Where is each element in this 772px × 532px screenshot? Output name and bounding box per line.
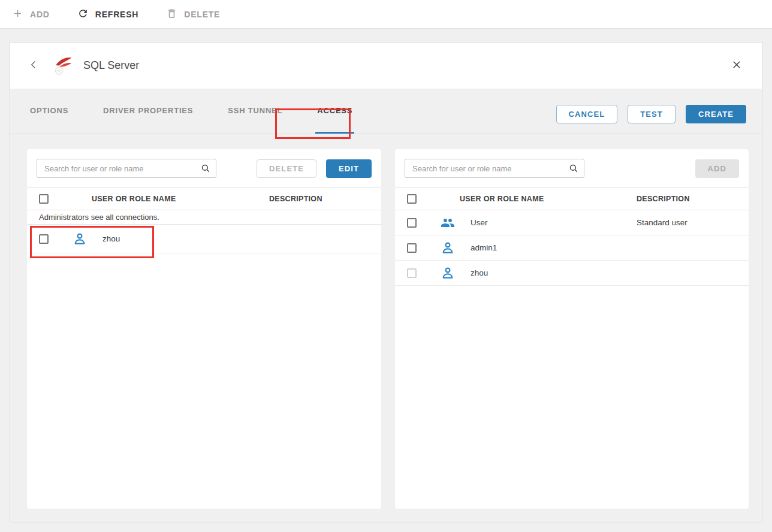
delete-button[interactable]: DELETE (166, 8, 220, 21)
granted-select-all-checkbox[interactable] (39, 194, 49, 204)
available-select-all-checkbox[interactable] (407, 194, 417, 204)
revoke-delete-button[interactable]: DELETE (257, 159, 316, 178)
granted-table-header: USER OR ROLE NAME DESCRIPTION (27, 188, 381, 210)
close-button[interactable] (728, 56, 745, 75)
add-button-label: ADD (30, 10, 50, 19)
available-search-input[interactable] (405, 159, 584, 178)
available-panel-toolbar: ADD (395, 149, 749, 188)
chevron-left-icon (27, 58, 40, 73)
user-icon (441, 241, 459, 255)
available-table-header: USER OR ROLE NAME DESCRIPTION (395, 188, 749, 210)
available-panel-buttons: ADD (695, 159, 739, 178)
add-button[interactable]: ADD (12, 8, 50, 21)
admin-info-row: Administrators see all connections. (27, 210, 381, 225)
sql-server-logo-icon (52, 55, 74, 77)
grant-add-button[interactable]: ADD (695, 159, 739, 178)
close-icon (731, 59, 743, 72)
tabs: OPTIONS DRIVER PROPERTIES SSH TUNNEL ACC… (28, 89, 354, 134)
back-button[interactable] (25, 56, 43, 75)
tab-access[interactable]: ACCESS (315, 89, 354, 134)
tab-options[interactable]: OPTIONS (28, 89, 70, 134)
dialog-actions: CANCEL TEST CREATE (556, 105, 746, 123)
dialog-tabbar: OPTIONS DRIVER PROPERTIES SSH TUNNEL ACC… (10, 89, 762, 134)
available-search-box (405, 159, 584, 178)
granted-row-name: zhou (91, 234, 269, 243)
available-row-admin1[interactable]: admin1 (395, 235, 749, 261)
available-row-name: User (459, 218, 637, 227)
create-button[interactable]: CREATE (686, 105, 746, 123)
tab-ssh-tunnel[interactable]: SSH TUNNEL (226, 89, 284, 134)
granted-panel-buttons: DELETE EDIT (257, 159, 372, 178)
dialog-header: SQL Server (10, 43, 762, 89)
granted-search-input[interactable] (37, 159, 216, 178)
delete-button-label: DELETE (184, 10, 220, 19)
plus-icon (12, 8, 23, 21)
granted-row-checkbox[interactable] (39, 234, 49, 244)
granted-users-panel: DELETE EDIT USER OR ROLE NAME DESCRIPTIO… (27, 149, 381, 509)
refresh-button-label: REFRESH (95, 10, 139, 19)
granted-search-box (37, 159, 216, 178)
edit-button[interactable]: EDIT (326, 159, 372, 178)
available-row-user[interactable]: User Standard user (395, 210, 749, 235)
granted-panel-toolbar: DELETE EDIT (27, 149, 381, 188)
refresh-icon (77, 8, 89, 21)
available-row-name: zhou (459, 268, 637, 277)
granted-col-name: USER OR ROLE NAME (73, 195, 269, 203)
dialog-title: SQL Server (83, 59, 139, 72)
user-icon (441, 266, 459, 280)
granted-col-description: DESCRIPTION (269, 195, 381, 203)
test-button[interactable]: TEST (628, 105, 676, 123)
available-row-checkbox-disabled (407, 268, 417, 278)
available-col-description: DESCRIPTION (637, 195, 749, 203)
user-icon (73, 232, 91, 246)
available-users-panel: ADD USER OR ROLE NAME DESCRIPTION User S… (395, 149, 749, 509)
group-icon (441, 216, 459, 230)
tab-driver-properties[interactable]: DRIVER PROPERTIES (101, 89, 195, 134)
available-row-name: admin1 (459, 243, 637, 252)
granted-row-zhou[interactable]: zhou (27, 225, 381, 253)
available-col-name: USER OR ROLE NAME (441, 195, 637, 203)
available-row-checkbox[interactable] (407, 218, 417, 228)
available-row-checkbox[interactable] (407, 243, 417, 253)
top-toolbar: ADD REFRESH DELETE (0, 0, 772, 29)
available-row-zhou[interactable]: zhou (395, 261, 749, 286)
refresh-button[interactable]: REFRESH (77, 8, 139, 21)
trash-icon (166, 8, 177, 21)
connection-dialog: SQL Server OPTIONS DRIVER PROPERTIES SSH… (10, 42, 762, 522)
cancel-button[interactable]: CANCEL (556, 105, 618, 123)
available-row-description: Standard user (637, 218, 749, 227)
